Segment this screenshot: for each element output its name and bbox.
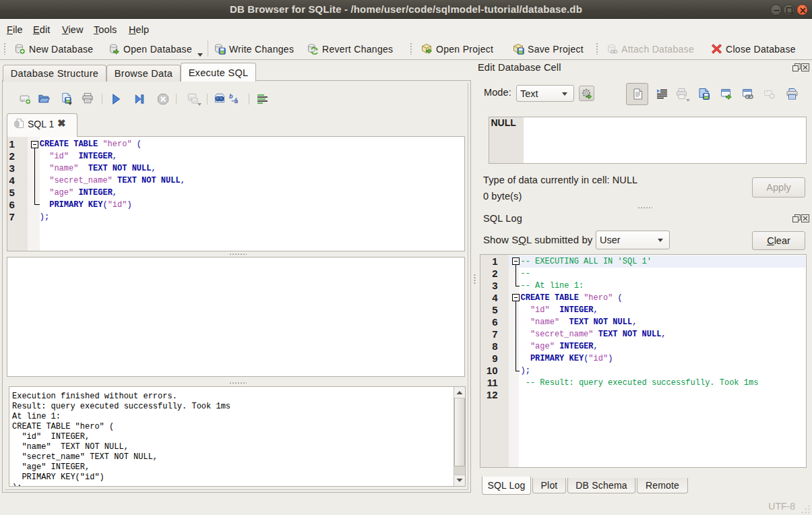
svg-text:b: b <box>229 93 233 100</box>
